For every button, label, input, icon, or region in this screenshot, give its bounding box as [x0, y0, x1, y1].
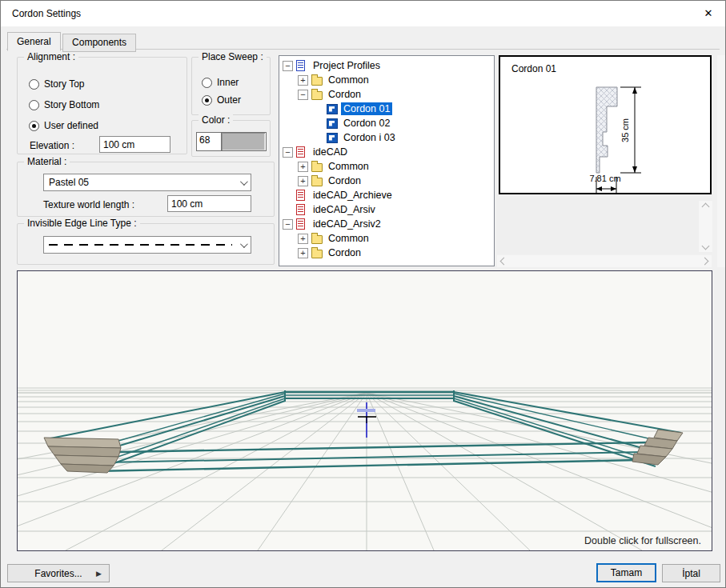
scroll-right-icon[interactable]: [701, 258, 709, 266]
tree-item[interactable]: ideCAD_Archieve: [279, 188, 494, 202]
radio-label: Story Bottom: [44, 99, 99, 110]
doc-red-icon: [296, 204, 305, 215]
material-group: Material : Pastel 05 Texture world lengt…: [17, 162, 275, 217]
radio-circle: [29, 79, 39, 90]
cancel-button[interactable]: İptal: [662, 564, 720, 582]
radio-user-defined[interactable]: User defined: [29, 120, 98, 131]
expand-icon[interactable]: +: [298, 162, 308, 172]
doc-red-icon: [296, 218, 305, 230]
collapse-icon[interactable]: −: [283, 61, 293, 71]
tree-item[interactable]: +Common: [279, 73, 494, 87]
material-legend: Material :: [24, 156, 70, 167]
doc-blue-icon: [296, 60, 305, 71]
invisible-edge-legend: Invisible Edge Line Type :: [24, 218, 140, 229]
radio-label: Story Top: [44, 78, 84, 90]
profile-preview-panel: Cordon 01 35 cm 7.81 cm: [499, 55, 712, 194]
ok-button[interactable]: Tamam: [596, 563, 656, 582]
folder-icon: [311, 235, 323, 244]
chevron-down-icon: [240, 240, 248, 248]
tree-item-label: Cordon: [326, 88, 363, 101]
tree-item-label: ideCAD_Archieve: [311, 189, 395, 202]
scroll-left-icon[interactable]: [500, 258, 508, 266]
expander-slot: [313, 133, 323, 143]
folder-icon: [311, 91, 323, 100]
collapse-icon[interactable]: −: [298, 90, 308, 100]
tree-item[interactable]: −Project Profiles: [279, 58, 494, 73]
color-group: Color : 68: [191, 120, 271, 157]
collapse-icon[interactable]: −: [283, 219, 293, 230]
folder-icon: [311, 178, 323, 186]
tab-strip: General Components: [7, 32, 135, 49]
material-dropdown[interactable]: Pastel 05: [43, 174, 251, 191]
color-index-value[interactable]: 68: [197, 133, 221, 150]
radio-circle: [202, 78, 212, 88]
radio-circle-selected: [29, 121, 39, 131]
tree-item[interactable]: +Common: [279, 159, 494, 174]
title-bar: Cordon Settings ✕: [1, 1, 725, 26]
radio-outer[interactable]: Outer: [202, 94, 241, 106]
tree-item-label: Cordon: [326, 246, 363, 259]
tree-item-label: Cordon: [326, 174, 363, 187]
doc-red-icon: [296, 146, 305, 158]
collapse-icon[interactable]: −: [283, 147, 293, 158]
dashed-line-sample: [49, 244, 232, 246]
elevation-label: Elevation :: [30, 140, 74, 151]
expander-slot: [283, 205, 293, 215]
favorites-button[interactable]: Favorites... ▶: [7, 564, 110, 582]
color-legend: Color :: [199, 114, 233, 126]
tab-components[interactable]: Components: [62, 34, 136, 52]
folder-icon: [311, 250, 323, 258]
dialog-title: Cordon Settings: [12, 8, 81, 19]
tree-item[interactable]: ideCAD_Arsiv: [279, 202, 494, 217]
radio-circle-selected: [202, 95, 212, 106]
3d-viewport[interactable]: Double click for fullscreen.: [17, 270, 712, 551]
texture-length-input[interactable]: 100 cm: [167, 195, 251, 212]
tree-item[interactable]: −ideCAD_Arsiv2: [279, 217, 494, 231]
tree-item[interactable]: +Common: [279, 231, 494, 246]
color-control[interactable]: 68: [196, 132, 267, 151]
expand-icon[interactable]: +: [298, 248, 308, 258]
material-selected-value: Pastel 05: [49, 177, 89, 188]
expand-icon[interactable]: +: [298, 176, 308, 186]
expander-slot: [283, 190, 293, 201]
tree-item[interactable]: Cordon 01: [279, 102, 494, 116]
preview-scroll-area: [497, 198, 712, 254]
tree-item[interactable]: Cordon 02: [279, 116, 494, 130]
tree-item-label: Cordon i 03: [341, 131, 398, 144]
profile-icon: [327, 118, 338, 129]
preview-horizontal-scrollbar[interactable]: [497, 255, 712, 267]
tree-item[interactable]: +Cordon: [279, 246, 494, 260]
radio-story-top[interactable]: Story Top: [29, 78, 84, 90]
preview-title: Cordon 01: [511, 63, 556, 74]
tree-item[interactable]: −ideCAD: [279, 145, 494, 159]
expand-icon[interactable]: +: [298, 75, 308, 86]
tree-item[interactable]: Cordon i 03: [279, 130, 494, 145]
tab-general[interactable]: General: [7, 32, 61, 51]
invisible-edge-dropdown[interactable]: [43, 236, 251, 254]
profile-icon: [327, 133, 338, 143]
scroll-down-icon[interactable]: [702, 242, 710, 250]
scroll-up-icon[interactable]: [702, 203, 710, 211]
tree-item[interactable]: −Cordon: [279, 87, 494, 102]
close-icon[interactable]: ✕: [701, 6, 716, 21]
invisible-edge-group: Invisible Edge Line Type :: [17, 223, 275, 265]
expander-slot: [313, 104, 323, 114]
radio-story-bottom[interactable]: Story Bottom: [29, 99, 99, 110]
cordon-settings-dialog: Cordon Settings ✕ General Components Ali…: [0, 0, 726, 588]
tree-item-label: Project Profiles: [311, 59, 383, 72]
panel-scrollbar-track[interactable]: [717, 55, 726, 267]
preview-vertical-scrollbar[interactable]: [699, 201, 712, 252]
tree-item[interactable]: +Cordon: [279, 174, 494, 188]
profile-tree[interactable]: −Project Profiles+Common−CordonCordon 01…: [279, 55, 495, 266]
radio-inner[interactable]: Inner: [202, 77, 239, 88]
tree-item-label: Common: [326, 232, 371, 245]
molding-left: [44, 438, 121, 473]
color-swatch[interactable]: [221, 133, 265, 150]
elevation-input[interactable]: 100 cm: [99, 136, 170, 153]
expand-icon[interactable]: +: [298, 234, 308, 244]
profile-drawing: 35 cm 7.81 cm: [500, 57, 710, 193]
folder-icon: [311, 77, 323, 86]
fullscreen-hint: Double click for fullscreen.: [584, 535, 701, 546]
tree-item-label: Common: [326, 160, 371, 173]
molding-right: [632, 430, 683, 465]
